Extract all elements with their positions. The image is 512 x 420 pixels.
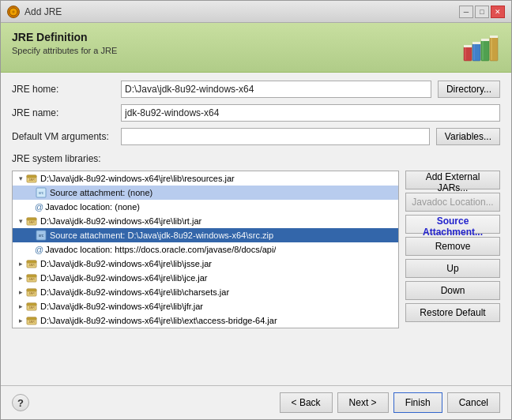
- vm-args-row: Default VM arguments: Variables...: [12, 128, 500, 145]
- jar-icon-5: JAR: [25, 287, 38, 298]
- cancel-button[interactable]: Cancel: [447, 392, 500, 413]
- back-button[interactable]: < Back: [280, 392, 333, 413]
- tree-item-resources-jar[interactable]: ▾ JAR D:\Java\jdk-8u92-windows-x64\jre\l…: [13, 171, 398, 186]
- bottom-bar: ? < Back Next > Finish Cancel: [1, 385, 511, 419]
- sidebar-buttons: Add External JARs... Javadoc Location...…: [405, 171, 500, 377]
- svg-text:src: src: [39, 190, 44, 195]
- expand-arrow-3: ▸: [16, 257, 25, 271]
- vm-args-label: Default VM arguments:: [12, 131, 115, 142]
- title-bar: Add JRE ─ □ ✕: [1, 1, 511, 23]
- svg-text:JAR: JAR: [28, 306, 35, 309]
- jre-name-row: JRE name:: [12, 104, 500, 122]
- libraries-container: ▾ JAR D:\Java\jdk-8u92-windows-x64\jre\l…: [12, 171, 500, 377]
- tree-item-label-4: D:\Java\jdk-8u92-windows-x64\jre\lib\jce…: [40, 273, 208, 283]
- variables-button[interactable]: Variables...: [436, 128, 500, 145]
- tree-item-jfr-jar[interactable]: ▸ JAR D:\Java\jdk-8u92-windows-x64\jre\l…: [13, 299, 398, 313]
- svg-text:JAR: JAR: [28, 320, 35, 324]
- svg-rect-10: [472, 42, 480, 44]
- svg-text:src: src: [39, 233, 44, 238]
- tree-item-label-5: D:\Java\jdk-8u92-windows-x64\jre\lib\cha…: [40, 287, 229, 297]
- expand-arrow-7: ▸: [16, 313, 25, 328]
- source-icon-1: src: [35, 187, 47, 198]
- tree-item-source-none[interactable]: src Source attachment: (none): [13, 186, 398, 200]
- svg-text:JAR: JAR: [28, 291, 35, 295]
- tree-item-label-1: D:\Java\jdk-8u92-windows-x64\jre\lib\res…: [40, 174, 235, 183]
- svg-rect-9: [464, 45, 472, 47]
- vm-args-input[interactable]: [121, 128, 430, 145]
- add-jre-window: Add JRE ─ □ ✕ JRE Definition Specify att…: [0, 0, 512, 420]
- svg-text:JAR: JAR: [28, 277, 35, 281]
- svg-rect-6: [482, 41, 484, 60]
- expand-arrow-5: ▸: [16, 285, 25, 299]
- expand-arrow-6: ▸: [16, 299, 25, 313]
- source-attachment-button[interactable]: Source Attachment...: [405, 215, 500, 234]
- expand-arrow-4: ▸: [16, 271, 25, 285]
- tree-item-label-6: D:\Java\jdk-8u92-windows-x64\jre\lib\jfr…: [40, 302, 203, 311]
- jre-home-row: JRE home: Directory...: [12, 81, 500, 98]
- tree-item-javadoc-none-1[interactable]: @ Javadoc location: (none): [13, 200, 398, 214]
- expand-arrow-1: ▾: [16, 171, 25, 186]
- header-section: JRE Definition Specify attributes for a …: [1, 23, 511, 73]
- tree-item-jce-jar[interactable]: ▸ JAR D:\Java\jdk-8u92-windows-x64\jre\l…: [13, 271, 398, 285]
- tree-item-label-2a: Source attachment: D:\Java\jdk-8u92-wind…: [50, 231, 273, 240]
- svg-rect-2: [465, 47, 466, 60]
- jre-home-label: JRE home:: [12, 84, 115, 95]
- tree-item-label-1a: Source attachment: (none): [50, 188, 152, 197]
- tree-item-jsse-jar[interactable]: ▸ JAR D:\Java\jdk-8u92-windows-x64\jre\l…: [13, 257, 398, 271]
- libraries-label: JRE system libraries:: [12, 153, 500, 164]
- bottom-buttons: < Back Next > Finish Cancel: [280, 392, 500, 413]
- add-external-jars-button[interactable]: Add External JARs...: [405, 171, 500, 189]
- header-title: JRE Definition: [12, 31, 117, 43]
- jar-icon-7: JAR: [25, 315, 38, 326]
- remove-button[interactable]: Remove: [405, 237, 500, 256]
- books-icon: [462, 31, 500, 62]
- tree-item-source-zip[interactable]: src Source attachment: D:\Java\jdk-8u92-…: [13, 228, 398, 242]
- window-title: Add JRE: [24, 6, 62, 17]
- main-content: JRE home: Directory... JRE name: Default…: [1, 73, 511, 385]
- svg-rect-11: [481, 39, 489, 41]
- down-button[interactable]: Down: [405, 281, 500, 300]
- next-button[interactable]: Next >: [337, 392, 389, 413]
- svg-text:JAR: JAR: [28, 178, 35, 182]
- jar-icon-6: JAR: [25, 301, 38, 312]
- maximize-button[interactable]: □: [475, 6, 489, 18]
- javadoc-location-button[interactable]: Javadoc Location...: [405, 193, 500, 212]
- tree-item-label-2: D:\Java\jdk-8u92-windows-x64\jre\lib\rt.…: [40, 216, 201, 226]
- close-button[interactable]: ✕: [491, 6, 505, 18]
- up-button[interactable]: Up: [405, 259, 500, 278]
- tree-item-access-bridge-jar[interactable]: ▸ JAR D:\Java\jdk-8u92-windows-x64\jre\l…: [13, 313, 398, 328]
- svg-rect-8: [491, 38, 492, 60]
- tree-item-label-1b: Javadoc location: (none): [45, 202, 140, 212]
- tree-view[interactable]: ▾ JAR D:\Java\jdk-8u92-windows-x64\jre\l…: [12, 171, 399, 328]
- minimize-button[interactable]: ─: [459, 6, 473, 18]
- tree-item-javadoc-oracle[interactable]: @ Javadoc location: https://docs.oracle.…: [13, 242, 398, 257]
- at-icon-1: @: [35, 202, 43, 212]
- tree-item-charsets-jar[interactable]: ▸ JAR D:\Java\jdk-8u92-windows-x64\jre\l…: [13, 285, 398, 299]
- svg-text:JAR: JAR: [28, 220, 35, 224]
- help-button[interactable]: ?: [12, 394, 29, 411]
- jar-icon-4: JAR: [25, 272, 38, 283]
- svg-rect-12: [490, 36, 498, 38]
- svg-text:JAR: JAR: [28, 263, 35, 267]
- at-icon-2: @: [35, 245, 43, 254]
- window-icon: [7, 6, 20, 18]
- jre-name-input[interactable]: [121, 104, 500, 122]
- tree-item-label-2b: Javadoc location: https://docs.oracle.co…: [45, 245, 276, 254]
- svg-rect-4: [473, 44, 475, 60]
- expand-arrow-2: ▾: [16, 214, 25, 228]
- header-subtitle: Specify attributes for a JRE: [12, 46, 117, 55]
- tree-item-label-3: D:\Java\jdk-8u92-windows-x64\jre\lib\jss…: [40, 259, 212, 268]
- jar-icon-1: JAR: [25, 173, 38, 184]
- finish-button[interactable]: Finish: [393, 392, 442, 413]
- jar-icon-3: JAR: [25, 258, 38, 269]
- source-icon-2: src: [35, 230, 47, 241]
- directory-button[interactable]: Directory...: [438, 81, 500, 98]
- tree-item-label-7: D:\Java\jdk-8u92-windows-x64\jre\lib\ext…: [40, 316, 277, 325]
- tree-item-rt-jar[interactable]: ▾ JAR D:\Java\jdk-8u92-windows-x64\jre\l…: [13, 214, 398, 228]
- restore-default-button[interactable]: Restore Default: [405, 303, 500, 322]
- jre-name-label: JRE name:: [12, 107, 115, 118]
- jar-icon-2: JAR: [25, 216, 38, 227]
- jre-home-input[interactable]: [121, 81, 431, 98]
